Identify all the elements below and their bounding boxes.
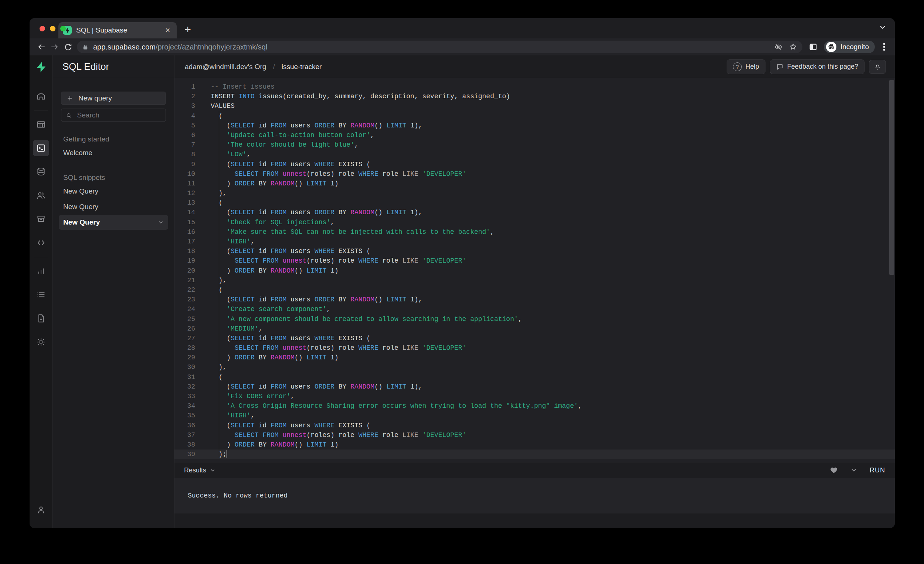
breadcrumb-org[interactable]: adam@windmill.dev's Org (185, 63, 266, 71)
code-line[interactable]: 26 'MEDIUM', (174, 324, 895, 334)
code-line[interactable]: 37 SELECT FROM unnest(roles) role WHERE … (174, 430, 895, 440)
code-line[interactable]: 32 (SELECT id FROM users ORDER BY RANDOM… (174, 382, 895, 392)
new-tab-button[interactable]: + (180, 22, 195, 37)
line-number: 26 (174, 324, 195, 334)
line-number: 1 (174, 82, 195, 91)
settings-icon[interactable] (33, 334, 49, 350)
code-line[interactable]: 1-- Insert issues (174, 82, 895, 91)
line-number: 22 (174, 285, 195, 295)
url-bar[interactable]: app.supabase.com/project/azahtnhqohyjerz… (77, 40, 802, 53)
sidebar-item[interactable]: New Query (59, 184, 168, 199)
traffic-minimize-button[interactable] (50, 26, 56, 31)
line-number: 8 (174, 150, 195, 159)
database-icon[interactable] (33, 164, 49, 180)
code-line[interactable]: 11 ) ORDER BY RANDOM() LIMIT 1) (174, 179, 895, 188)
code-line[interactable]: 22 ( (174, 285, 895, 295)
results-dropdown[interactable]: Results (184, 467, 216, 474)
code-line[interactable]: 33 'Fix CORS error', (174, 392, 895, 401)
auth-icon[interactable] (33, 187, 49, 203)
back-button[interactable] (35, 40, 48, 54)
editor-scrollbar[interactable] (889, 80, 894, 275)
code-line[interactable]: 18 (SELECT id FROM users WHERE EXISTS ( (174, 246, 895, 256)
code-line[interactable]: 24 'Create search component', (174, 304, 895, 314)
browser-window: SQL | Supabase × + app.supabase.com/proj… (30, 18, 895, 528)
code-line[interactable]: 16 'Make sure that SQL can not be inject… (174, 227, 895, 237)
feedback-button[interactable]: Feedback on this page? (770, 60, 864, 74)
search-input[interactable] (76, 111, 161, 120)
code-line[interactable]: 19 SELECT FROM unnest(roles) role WHERE … (174, 256, 895, 266)
sql-editor-sidebar: SQL Editor New query Getting startedWelc… (53, 55, 174, 528)
api-icon[interactable] (33, 235, 49, 251)
sidebar-item[interactable]: New Query (59, 199, 168, 214)
code-line[interactable]: 12 ), (174, 188, 895, 198)
eye-slash-icon[interactable] (774, 43, 783, 51)
line-number: 25 (174, 314, 195, 324)
code-line[interactable]: 5 (SELECT id FROM users ORDER BY RANDOM(… (174, 121, 895, 130)
code-line[interactable]: 3VALUES (174, 101, 895, 111)
code-line[interactable]: 23 (SELECT id FROM users ORDER BY RANDOM… (174, 295, 895, 304)
help-button[interactable]: ? Help (727, 60, 765, 74)
code-line[interactable]: 34 'A Cross Origin Resource Sharing erro… (174, 401, 895, 411)
line-number: 7 (174, 140, 195, 150)
tab-search-chevron-icon[interactable] (879, 23, 886, 31)
browser-tab[interactable]: SQL | Supabase × (58, 22, 177, 39)
code-line[interactable]: 13 ( (174, 198, 895, 208)
code-line[interactable]: 35 'HIGH', (174, 411, 895, 420)
heart-icon[interactable] (830, 466, 838, 474)
new-query-button[interactable]: New query (61, 91, 166, 105)
docs-icon[interactable] (33, 310, 49, 326)
tab-close-icon[interactable]: × (163, 25, 172, 35)
code-line[interactable]: 7 'The color should be light blue', (174, 140, 895, 150)
star-icon[interactable] (789, 43, 797, 51)
code-line[interactable]: 10 SELECT FROM unnest(roles) role WHERE … (174, 169, 895, 179)
storage-icon[interactable] (33, 211, 49, 227)
sidebar-item[interactable]: Welcome (59, 145, 168, 160)
supabase-logo[interactable] (35, 61, 47, 73)
run-options-chevron-icon[interactable] (850, 467, 857, 474)
account-icon[interactable] (33, 501, 49, 518)
code-line[interactable]: 20 ) ORDER BY RANDOM() LIMIT 1) (174, 266, 895, 275)
code-line[interactable]: 25 'A new component should be created to… (174, 314, 895, 324)
code-line[interactable]: 14 (SELECT id FROM users ORDER BY RANDOM… (174, 208, 895, 217)
code-line[interactable]: 29 ) ORDER BY RANDOM() LIMIT 1) (174, 353, 895, 362)
home-icon[interactable] (33, 88, 49, 104)
line-number: 14 (174, 208, 195, 217)
code-line[interactable]: 28 SELECT FROM unnest(roles) role WHERE … (174, 343, 895, 353)
notifications-button[interactable] (869, 60, 886, 74)
run-button[interactable]: RUN (870, 467, 885, 474)
tab-title: SQL | Supabase (76, 26, 163, 34)
sql-editor-icon[interactable] (33, 140, 49, 156)
kebab-menu-icon[interactable] (879, 42, 890, 51)
code-line[interactable]: 15 'Check for SQL injections', (174, 218, 895, 227)
results-bar: Results RUN (174, 462, 895, 478)
sql-code-editor[interactable]: 1-- Insert issues2INSERT INTO issues(cre… (174, 78, 895, 462)
code-line[interactable]: 36 (SELECT id FROM users WHERE EXISTS ( (174, 421, 895, 430)
table-editor-icon[interactable] (33, 116, 49, 133)
reload-button[interactable] (62, 40, 75, 54)
code-line[interactable]: 17 'HIGH', (174, 237, 895, 246)
sidebar-item[interactable]: New Query (59, 215, 168, 230)
chat-bubble-icon (776, 63, 783, 70)
breadcrumb-project[interactable]: issue-tracker (282, 63, 322, 71)
reports-icon[interactable] (33, 263, 49, 279)
code-line[interactable]: 30 ), (174, 362, 895, 372)
code-line[interactable]: 2INSERT INTO issues(created_by, summary,… (174, 91, 895, 101)
forward-button[interactable] (48, 40, 62, 54)
code-line[interactable]: 8 'LOW', (174, 150, 895, 159)
url-path: /project/azahtnhqohyjerzaxtmk/sql (156, 43, 267, 51)
traffic-zoom-button[interactable] (60, 26, 66, 31)
code-line[interactable]: 6 'Update call-to-action button color', (174, 130, 895, 140)
code-line[interactable]: 39 ); (174, 449, 895, 459)
code-line[interactable]: 31 ( (174, 372, 895, 382)
side-panel-icon[interactable] (806, 40, 820, 54)
code-line[interactable]: 9 (SELECT id FROM users WHERE EXISTS ( (174, 160, 895, 169)
search-box[interactable] (61, 109, 166, 122)
line-number: 28 (174, 343, 195, 353)
code-line[interactable]: 38 ) ORDER BY RANDOM() LIMIT 1) (174, 440, 895, 449)
traffic-close-button[interactable] (39, 26, 45, 31)
code-line[interactable]: 21 ), (174, 275, 895, 285)
results-message: Success. No rows returned (188, 492, 288, 500)
code-line[interactable]: 27 (SELECT id FROM users WHERE EXISTS ( (174, 334, 895, 343)
code-line[interactable]: 4 ( (174, 111, 895, 121)
logs-icon[interactable] (33, 287, 49, 303)
